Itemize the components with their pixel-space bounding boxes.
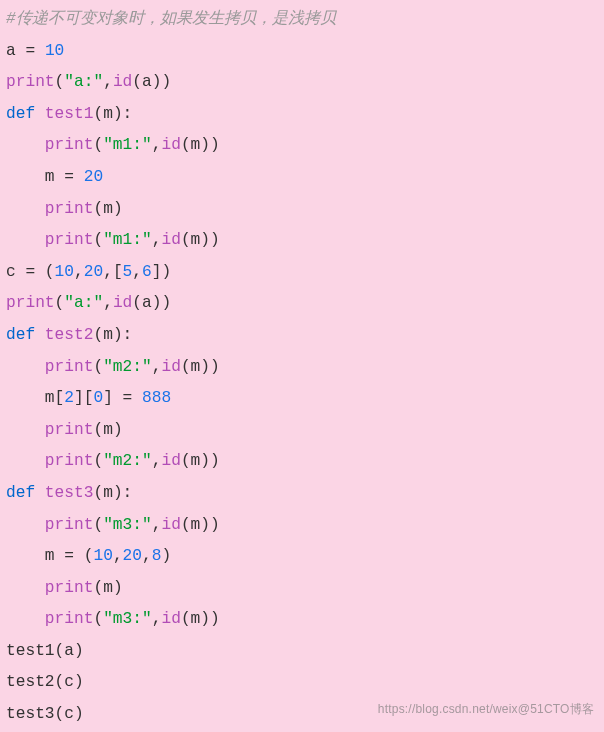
code-line: def bbox=[6, 326, 45, 344]
code-line: print bbox=[45, 358, 94, 376]
code-line: m bbox=[45, 168, 55, 186]
code-line: a bbox=[6, 42, 16, 60]
code-line: print bbox=[45, 452, 94, 470]
code-line: print bbox=[45, 610, 94, 628]
code-line: test1(a) bbox=[6, 642, 84, 660]
code-line: def bbox=[6, 105, 45, 123]
code-line: print bbox=[6, 73, 55, 91]
code-line: print bbox=[45, 421, 94, 439]
code-line: def bbox=[6, 484, 45, 502]
code-line: print bbox=[45, 200, 94, 218]
code-line: print bbox=[45, 579, 94, 597]
code-line: m bbox=[45, 547, 55, 565]
code-line: print bbox=[45, 516, 94, 534]
code-line: m bbox=[45, 389, 55, 407]
code-line: test3(c) bbox=[6, 705, 84, 723]
code-line: #传递不可变对象时，如果发生拷贝，是浅拷贝 bbox=[6, 10, 336, 28]
code-line: c bbox=[6, 263, 16, 281]
code-line: test2(c) bbox=[6, 673, 84, 691]
code-line: print bbox=[6, 294, 55, 312]
code-block: #传递不可变对象时，如果发生拷贝，是浅拷贝 a = 10 print("a:",… bbox=[0, 0, 604, 732]
code-line: print bbox=[45, 231, 94, 249]
code-line: print bbox=[45, 136, 94, 154]
